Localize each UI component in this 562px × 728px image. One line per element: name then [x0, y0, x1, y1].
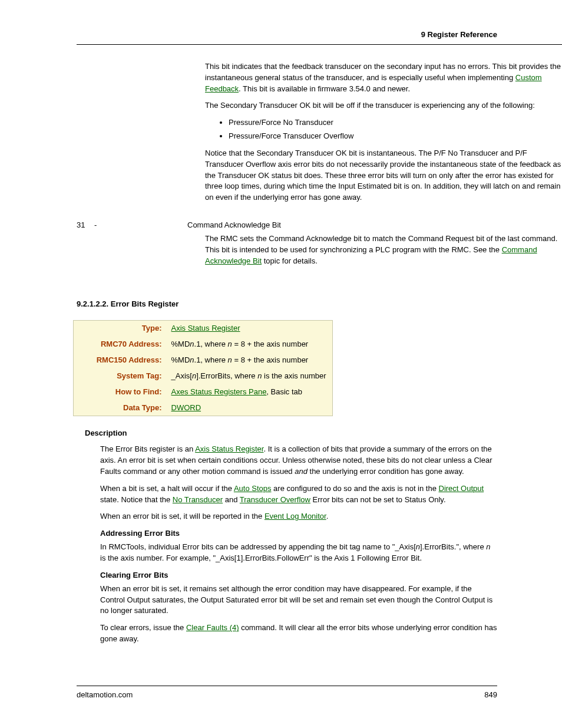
axis-status-register-link[interactable]: Axis Status Register [171, 324, 240, 332]
row-label: RMC70 Address: [74, 337, 168, 353]
description-body: The Error Bits register is an Axis Statu… [100, 444, 497, 645]
bit-31-body: The RMC sets the Command Acknowledge bit… [205, 233, 562, 267]
table-row: System Tag: _Axis[n].ErrorBits, where n … [74, 368, 333, 384]
footer-page: 849 [484, 690, 497, 701]
row-label: RMC150 Address: [74, 353, 168, 368]
top-paragraphs: Notice that the Secondary Transducer OK … [205, 148, 562, 203]
row-value: _Axis[n].ErrorBits, where n is the axis … [168, 368, 333, 384]
text: This bit indicates that the feedback tra… [205, 62, 561, 82]
axes-status-pane-link[interactable]: Axes Status Registers Pane [171, 387, 267, 396]
row-value: Axes Status Registers Pane, Basic tab [168, 384, 333, 400]
register-info-table: Type: Axis Status Register RMC70 Address… [73, 320, 333, 416]
row-value: Axis Status Register [168, 321, 333, 337]
paragraph: The Secondary Transducer OK bit will be … [205, 100, 562, 111]
table-row: RMC70 Address: %MDn.1, where n = 8 + the… [74, 337, 333, 353]
dword-link[interactable]: DWORD [171, 403, 201, 412]
list-item: Pressure/Force Transducer Overflow [229, 131, 562, 142]
table-row: Data Type: DWORD [74, 400, 333, 416]
row-value: %MDn.1, where n = 8 + the axis number [168, 353, 333, 368]
table-row: How to Find: Axes Status Registers Pane,… [74, 384, 333, 400]
direct-output-link[interactable]: Direct Output [439, 484, 484, 493]
paragraph: The Error Bits register is an Axis Statu… [100, 444, 497, 477]
table-row: Type: Axis Status Register [74, 321, 333, 337]
text: topic for details. [262, 256, 318, 265]
footer-site: deltamotion.com [77, 690, 133, 701]
section-heading: 9.2.1.2.2. Error Bits Register [77, 299, 562, 310]
bit-dash: - [94, 220, 112, 231]
paragraph: When an error bit is set, it remains set… [100, 584, 497, 617]
text: . This bit is available in firmware 3.54… [239, 84, 410, 93]
paragraph: Notice that the Secondary Transducer OK … [205, 148, 562, 203]
table-row: RMC150 Address: %MDn.1, where n = 8 + th… [74, 353, 333, 368]
row-label: How to Find: [74, 384, 168, 400]
description-heading: Description [85, 428, 562, 439]
transducer-overflow-link[interactable]: Transducer Overflow [240, 495, 310, 504]
bit-31-row: 31 - Command Acknowledge Bit [77, 220, 562, 231]
spacer [112, 220, 187, 231]
bit-title: Command Acknowledge Bit [187, 220, 281, 231]
clearing-subhead: Clearing Error Bits [100, 570, 497, 581]
paragraph: When a bit is set, a halt will occur if … [100, 483, 497, 506]
list-item: Pressure/Force No Transducer [229, 117, 562, 129]
addressing-subhead: Addressing Error Bits [100, 528, 497, 539]
axis-status-register-link[interactable]: Axis Status Register [195, 444, 263, 453]
row-value: %MDn.1, where n = 8 + the axis number [168, 337, 333, 353]
paragraph: In RMCTools, individual Error bits can b… [100, 542, 497, 564]
row-value: DWORD [168, 400, 333, 416]
page-content: This bit indicates that the feedback tra… [0, 61, 562, 645]
clear-faults-link[interactable]: Clear Faults (4) [186, 623, 239, 632]
header-section: 9 Register Reference [421, 30, 497, 39]
paragraph: The RMC sets the Command Acknowledge bit… [205, 233, 562, 267]
page-header: 9 Register Reference [77, 29, 562, 45]
bit-number: 31 [77, 220, 94, 231]
paragraph: When an error bit is set, it will be rep… [100, 511, 497, 522]
row-label: Type: [74, 321, 168, 337]
paragraph: To clear errors, issue the Clear Faults … [100, 622, 497, 645]
top-paragraphs: This bit indicates that the feedback tra… [205, 61, 562, 111]
row-label: Data Type: [74, 400, 168, 416]
paragraph: This bit indicates that the feedback tra… [205, 61, 562, 95]
no-transducer-link[interactable]: No Transducer [173, 495, 223, 504]
event-log-monitor-link[interactable]: Event Log Monitor [265, 512, 326, 521]
auto-stops-link[interactable]: Auto Stops [234, 484, 272, 493]
page-footer: deltamotion.com 849 [77, 686, 497, 701]
bullet-list: Pressure/Force No Transducer Pressure/Fo… [229, 117, 562, 142]
row-label: System Tag: [74, 368, 168, 384]
